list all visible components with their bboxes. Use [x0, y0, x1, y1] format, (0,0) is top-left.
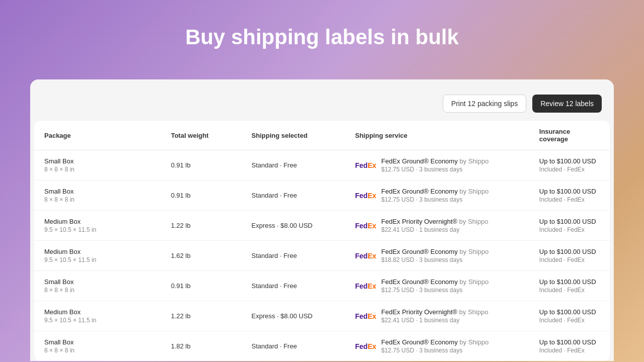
service-info-3: FedEx Ground® Economy by Shippo $18.82 U… [381, 248, 489, 263]
fedex-logo-4: FedEx [355, 282, 376, 290]
cell-shipping-service-6: FedEx FedEx Ground® Economy by Shippo $1… [345, 331, 529, 361]
service-name-4: FedEx Ground® Economy by Shippo [381, 278, 489, 286]
cell-insurance-0: Up to $100.00 USD Included · FedEx [529, 150, 610, 180]
cell-weight-1: 0.91 lb [161, 180, 242, 211]
table-row: Medium Box 9.5 × 10.5 × 11.5 in 1.62 lb … [34, 241, 610, 271]
shipping-table-container: Package Total weight Shipping selected S… [34, 121, 610, 361]
print-packing-slips-button[interactable]: Print 12 packing slips [443, 95, 526, 113]
fedex-logo-3: FedEx [355, 252, 376, 260]
col-header-insurance: Insurance coverage [529, 121, 610, 150]
service-details-1: $12.75 USD · 3 business days [381, 196, 489, 203]
cell-shipping-selected-6: Standard · Free [242, 331, 345, 361]
cell-shipping-service-2: FedEx FedEx Priority Overnight® by Shipp… [345, 211, 529, 241]
col-header-package: Package [34, 121, 161, 150]
insurance-sub-6: Included · FedEx [539, 347, 600, 354]
review-labels-button[interactable]: Review 12 labels [532, 95, 602, 113]
pkg-dims-0: 8 × 8 × 8 in [44, 166, 151, 173]
fedex-logo-2: FedEx [355, 222, 376, 230]
cell-package-1: Small Box 8 × 8 × 8 in [34, 180, 161, 211]
shipping-table: Package Total weight Shipping selected S… [34, 121, 610, 361]
service-name-1: FedEx Ground® Economy by Shippo [381, 188, 489, 195]
cell-weight-4: 0.91 lb [161, 271, 242, 301]
cell-weight-6: 1.82 lb [161, 331, 242, 361]
page-title: Buy shipping labels in bulk [10, 25, 634, 49]
insurance-amount-3: Up to $100.00 USD [539, 248, 600, 255]
service-name-5: FedEx Priority Overnight® by Shippo [381, 308, 489, 316]
by-shippo-1: by Shippo [459, 188, 489, 195]
table-body: Small Box 8 × 8 × 8 in 0.91 lb Standard … [34, 150, 610, 361]
col-header-shipping-service: Shipping service [345, 121, 529, 150]
insurance-amount-1: Up to $100.00 USD [539, 188, 600, 195]
insurance-amount-6: Up to $100.00 USD [539, 338, 600, 346]
pkg-name-6: Small Box [44, 338, 151, 346]
by-shippo-4: by Shippo [459, 278, 489, 286]
table-row: Small Box 8 × 8 × 8 in 0.91 lb Standard … [34, 180, 610, 211]
insurance-amount-2: Up to $100.00 USD [539, 218, 600, 225]
service-details-6: $12.75 USD · 3 business days [381, 347, 489, 354]
cell-package-3: Medium Box 9.5 × 10.5 × 11.5 in [34, 241, 161, 271]
pkg-name-3: Medium Box [44, 248, 151, 255]
service-info-6: FedEx Ground® Economy by Shippo $12.75 U… [381, 338, 489, 354]
pkg-name-1: Small Box [44, 188, 151, 195]
cell-insurance-1: Up to $100.00 USD Included · FedEx [529, 180, 610, 211]
service-details-2: $22.41 USD · 1 business day [381, 226, 489, 233]
cell-insurance-2: Up to $100.00 USD Included · FedEx [529, 211, 610, 241]
insurance-amount-5: Up to $100.00 USD [539, 308, 600, 316]
by-shippo-0: by Shippo [459, 157, 489, 165]
fedex-logo-1: FedEx [355, 192, 376, 200]
fedex-logo-6: FedEx [355, 342, 376, 350]
service-name-3: FedEx Ground® Economy by Shippo [381, 248, 489, 255]
insurance-sub-3: Included · FedEx [539, 256, 600, 263]
pkg-dims-6: 8 × 8 × 8 in [44, 347, 151, 354]
table-row: Medium Box 9.5 × 10.5 × 11.5 in 1.22 lb … [34, 211, 610, 241]
cell-insurance-6: Up to $100.00 USD Included · FedEx [529, 331, 610, 361]
fedex-logo-0: FedEx [355, 161, 376, 169]
pkg-name-5: Medium Box [44, 308, 151, 316]
insurance-sub-5: Included · FedEx [539, 317, 600, 324]
insurance-sub-1: Included · FedEx [539, 196, 600, 203]
table-row: Small Box 8 × 8 × 8 in 0.91 lb Standard … [34, 271, 610, 301]
service-name-6: FedEx Ground® Economy by Shippo [381, 338, 489, 346]
insurance-sub-0: Included · FedEx [539, 166, 600, 173]
cell-shipping-selected-3: Standard · Free [242, 241, 345, 271]
table-header: Package Total weight Shipping selected S… [34, 121, 610, 150]
cell-package-5: Medium Box 9.5 × 10.5 × 11.5 in [34, 301, 161, 331]
service-name-2: FedEx Priority Overnight® by Shippo [381, 218, 489, 225]
cell-shipping-selected-0: Standard · Free [242, 150, 345, 180]
service-info-4: FedEx Ground® Economy by Shippo $12.75 U… [381, 278, 489, 294]
cell-package-0: Small Box 8 × 8 × 8 in [34, 150, 161, 180]
table-row: Small Box 8 × 8 × 8 in 0.91 lb Standard … [34, 150, 610, 180]
by-shippo-6: by Shippo [459, 338, 489, 346]
toolbar: Print 12 packing slips Review 12 labels [30, 89, 614, 121]
pkg-dims-1: 8 × 8 × 8 in [44, 196, 151, 203]
insurance-amount-4: Up to $100.00 USD [539, 278, 600, 286]
by-shippo-2: by Shippo [459, 218, 489, 225]
pkg-dims-5: 9.5 × 10.5 × 11.5 in [44, 317, 151, 324]
fedex-logo-5: FedEx [355, 312, 376, 320]
cell-shipping-selected-4: Standard · Free [242, 271, 345, 301]
table-row: Medium Box 9.5 × 10.5 × 11.5 in 1.22 lb … [34, 301, 610, 331]
content-card: Print 12 packing slips Review 12 labels … [30, 79, 614, 361]
service-details-5: $22.41 USD · 1 business day [381, 317, 489, 324]
col-header-weight: Total weight [161, 121, 242, 150]
cell-shipping-service-0: FedEx FedEx Ground® Economy by Shippo $1… [345, 150, 529, 180]
insurance-amount-0: Up to $100.00 USD [539, 157, 600, 165]
table-row: Small Box 8 × 8 × 8 in 1.82 lb Standard … [34, 331, 610, 361]
cell-insurance-4: Up to $100.00 USD Included · FedEx [529, 271, 610, 301]
cell-insurance-3: Up to $100.00 USD Included · FedEx [529, 241, 610, 271]
insurance-sub-4: Included · FedEx [539, 287, 600, 294]
service-details-4: $12.75 USD · 3 business days [381, 287, 489, 294]
by-shippo-5: by Shippo [459, 308, 489, 316]
pkg-name-0: Small Box [44, 157, 151, 165]
pkg-name-2: Medium Box [44, 218, 151, 225]
page-header: Buy shipping labels in bulk [0, 0, 644, 79]
pkg-name-4: Small Box [44, 278, 151, 286]
cell-weight-3: 1.62 lb [161, 241, 242, 271]
cell-weight-5: 1.22 lb [161, 301, 242, 331]
service-details-3: $18.82 USD · 3 business days [381, 256, 489, 263]
cell-shipping-service-3: FedEx FedEx Ground® Economy by Shippo $1… [345, 241, 529, 271]
pkg-dims-4: 8 × 8 × 8 in [44, 287, 151, 294]
col-header-shipping-selected: Shipping selected [242, 121, 345, 150]
service-info-2: FedEx Priority Overnight® by Shippo $22.… [381, 218, 489, 233]
cell-shipping-selected-5: Express · $8.00 USD [242, 301, 345, 331]
